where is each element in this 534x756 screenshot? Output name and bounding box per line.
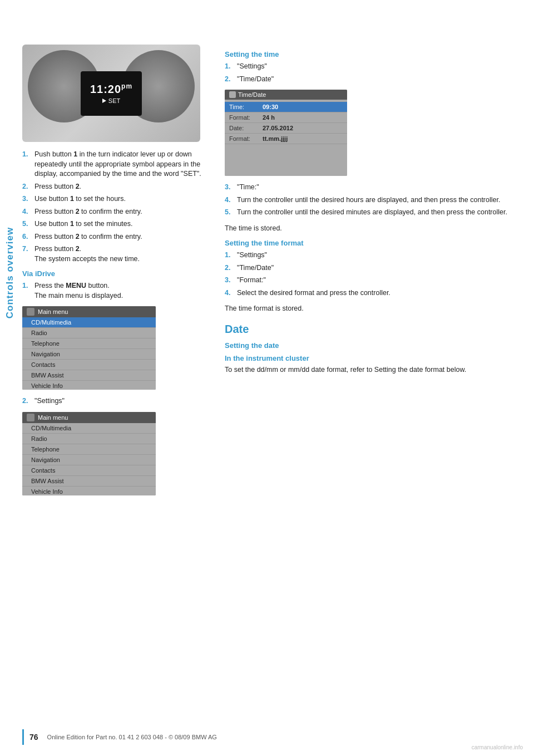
timedate-row: Format:tt.mm.jjjj [225, 134, 347, 144]
setting-time-steps: 1. "Settings" 2. "Time/Date" [225, 62, 523, 84]
idrive-step-1: 1. Press the MENU button.The main menu i… [22, 281, 211, 301]
step-3: 3. Use button 1 to set the hours. [22, 194, 211, 204]
timedate-icon [229, 91, 236, 98]
cluster-image: 11:20pm SET [22, 45, 200, 142]
tf-step-1: 1. "Settings" [225, 251, 523, 261]
main-steps-list: 1. Push button 1 in the turn indicator l… [22, 150, 211, 264]
menu1-item: Radio [22, 328, 156, 338]
menu2-item: Navigation [22, 455, 156, 465]
idrive-step2-list: 2. "Settings" [22, 396, 211, 406]
menu1-item: Vehicle Info [22, 381, 156, 390]
timedate-screenshot: Time/Date Time:09:30Format:24 hDate:27.0… [225, 90, 347, 176]
time-step-2: 2. "Time/Date" [225, 75, 523, 85]
footer-accent [22, 729, 24, 745]
menu1-item: Telephone [22, 338, 156, 349]
footer: 76 Online Edition for Part no. 01 41 2 6… [0, 729, 534, 745]
menu2-icon [27, 414, 34, 421]
set-icon [102, 99, 106, 103]
footer-copyright: Online Edition for Part no. 01 41 2 603 … [47, 734, 217, 740]
tf-step-2: 2. "Time/Date" [225, 263, 523, 273]
step-4: 4. Press button 2 to confirm the entry. [22, 207, 211, 217]
right-column: Setting the time 1. "Settings" 2. "Time/… [225, 45, 523, 502]
time-step-5: 5. Turn the controller until the desired… [225, 208, 523, 218]
timedate-title-bar: Time/Date [225, 90, 347, 100]
menu2-item: Telephone [22, 444, 156, 455]
step-2: 2. Press button 2. [22, 182, 211, 192]
menu1-list: CD/MultimediaRadioTelephoneNavigationCon… [22, 317, 156, 390]
menu2-item: CD/Multimedia [22, 423, 156, 434]
sidebar-label: Controls overview [0, 78, 20, 468]
menu2-title-bar: Main menu [22, 412, 156, 423]
timedate-row: Date:27.05.2012 [225, 123, 347, 134]
step-1: 1. Push button 1 in the turn indicator l… [22, 150, 211, 179]
setting-date-sub: Setting the date [225, 341, 523, 350]
time-after-steps: 3. "Time:" 4. Turn the controller until … [225, 183, 523, 218]
date-heading: Date [225, 323, 523, 336]
cluster-set: SET [102, 97, 120, 104]
timedate-row: Time:09:30 [225, 102, 347, 112]
via-idrive-heading: Via iDrive [22, 269, 211, 278]
menu2-item: Vehicle Info [22, 487, 156, 495]
idrive-steps-list: 1. Press the MENU button.The main menu i… [22, 281, 211, 301]
idrive-step-2: 2. "Settings" [22, 396, 211, 406]
menu1-item: Navigation [22, 349, 156, 360]
menu2-list: CD/MultimediaRadioTelephoneNavigationCon… [22, 423, 156, 495]
step-5: 5. Use button 1 to set the minutes. [22, 219, 211, 229]
menu2-item: Contacts [22, 465, 156, 476]
timedate-body: Time:09:30Format:24 hDate:27.05.2012Form… [225, 100, 347, 176]
page-number: 76 [29, 733, 38, 742]
menu-icon [27, 308, 34, 316]
time-format-heading: Setting the time format [225, 239, 523, 247]
setting-time-heading: Setting the time [225, 50, 523, 58]
menu2-item: BMW Assist [22, 476, 156, 487]
step-7: 7. Press button 2.The system accepts the… [22, 244, 211, 264]
menu1-item: BMW Assist [22, 370, 156, 381]
center-display: 11:20pm SET [81, 71, 142, 116]
menu2-screenshot: Main menu CD/MultimediaRadioTelephoneNav… [22, 412, 156, 495]
menu2-item: Radio [22, 434, 156, 444]
tf-step-4: 4. Select the desired format and press t… [225, 288, 523, 298]
time-format-stored-text: The time format is stored. [225, 303, 523, 314]
time-step-4: 4. Turn the controller until the desired… [225, 195, 523, 205]
menu1-screenshot: Main menu CD/MultimediaRadioTelephoneNav… [22, 306, 156, 390]
left-column: 11:20pm SET 1. Push button 1 in the turn… [22, 45, 211, 502]
time-stored-text: The time is stored. [225, 223, 523, 234]
time-step-1: 1. "Settings" [225, 62, 523, 72]
menu1-item: Contacts [22, 360, 156, 370]
tf-step-3: 3. "Format:" [225, 276, 523, 286]
date-para: To set the dd/mm or mm/dd date format, r… [225, 365, 523, 375]
timedate-row: Format:24 h [225, 112, 347, 123]
time-format-steps: 1. "Settings" 2. "Time/Date" 3. "Format:… [225, 251, 523, 298]
menu1-title-bar: Main menu [22, 306, 156, 317]
menu1-item: CD/Multimedia [22, 317, 156, 328]
cluster-time: 11:20pm [90, 82, 132, 96]
time-step-3: 3. "Time:" [225, 183, 523, 193]
instrument-cluster-sub: In the instrument cluster [225, 354, 523, 362]
watermark: carmanualonline.info [472, 744, 523, 750]
step-6: 6. Press button 2 to confirm the entry. [22, 232, 211, 242]
